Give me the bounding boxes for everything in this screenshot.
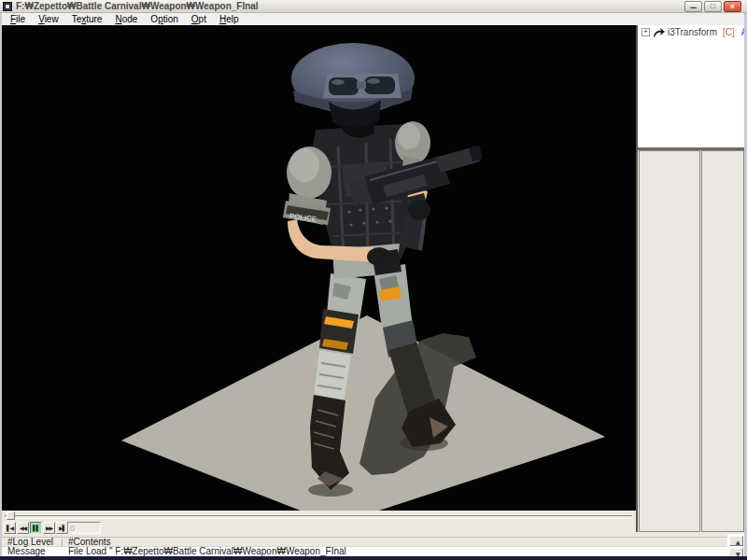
app-window: F:₩Zepetto₩Battle Carnival₩Weapon₩Weapon… — [0, 0, 747, 560]
pause-icon: ▌▌ — [33, 525, 39, 531]
window-border-left — [0, 13, 2, 560]
window-border-bottom — [0, 556, 747, 560]
go-end-icon: ▶▌ — [59, 525, 65, 531]
go-start-button[interactable]: ▌◀ — [4, 522, 16, 534]
step-forward-icon: ▶▶ — [46, 525, 52, 531]
tree-node-label: i3Transform — [668, 27, 717, 37]
scroll-up-icon: ▲ — [736, 539, 740, 545]
step-back-icon: ◀◀ — [20, 525, 26, 531]
tree-node-tag: [C] — [723, 27, 735, 37]
timeline-track[interactable] — [5, 515, 632, 519]
tree-node-i3transform[interactable]: + i3Transform [C] AxisRotate — [638, 25, 744, 37]
close-icon: × — [730, 2, 735, 11]
maximize-button[interactable]: □ — [704, 1, 722, 12]
menu-help[interactable]: Help — [213, 13, 246, 25]
3d-viewport[interactable]: POLICE — [2, 25, 636, 511]
minimize-button[interactable]: ▁ — [684, 1, 702, 12]
transform-node-icon — [653, 28, 665, 37]
window-title: F:₩Zepetto₩Battle Carnival₩Weapon₩Weapon… — [16, 1, 259, 12]
pause-button[interactable]: ▌▌ — [30, 522, 42, 534]
step-forward-button[interactable]: ▶▶ — [43, 522, 55, 534]
menu-opt[interactable]: Opt — [185, 13, 213, 25]
ground-plane — [121, 315, 605, 511]
property-list-left[interactable] — [639, 150, 700, 532]
model-canvas: POLICE — [2, 25, 636, 511]
menu-file[interactable]: File — [4, 13, 32, 25]
go-start-icon: ▌◀ — [7, 525, 13, 531]
step-back-button[interactable]: ◀◀ — [17, 522, 29, 534]
titlebar: F:₩Zepetto₩Battle Carnival₩Weapon₩Weapon… — [0, 0, 747, 13]
menubar: File View Texture Node Option Opt Help — [0, 13, 747, 25]
log-row[interactable]: Message File Load " F:₩Zepetto₩Battle Ca… — [2, 547, 744, 556]
scene-tree-panel: + i3Transform [C] AxisRotate — [638, 25, 744, 147]
menu-view[interactable]: View — [32, 13, 65, 25]
timeline-slider — [2, 511, 636, 521]
tree-expand-icon[interactable]: + — [641, 28, 650, 36]
menu-texture[interactable]: Texture — [65, 13, 109, 25]
maximize-icon: □ — [711, 2, 715, 10]
frame-number-input[interactable] — [67, 522, 101, 534]
minimize-icon: ▁ — [690, 0, 696, 8]
app-icon — [3, 2, 12, 11]
menu-node[interactable]: Node — [108, 13, 144, 25]
transport-bar: ▌◀ ◀◀ ▌▌ ▶▶ ▶▌ — [2, 521, 636, 537]
log-column-divider — [62, 539, 63, 546]
log-scroll-up-button[interactable]: ▲ — [729, 536, 743, 546]
property-list-right[interactable] — [701, 150, 744, 532]
menu-option[interactable]: Option — [144, 13, 184, 25]
close-button[interactable]: × — [724, 1, 741, 12]
log-row-contents: File Load " F:₩Zepetto₩Battle Carnival₩W… — [68, 547, 346, 556]
log-row-level: Message — [7, 547, 46, 556]
timeline-thumb[interactable] — [7, 511, 15, 520]
